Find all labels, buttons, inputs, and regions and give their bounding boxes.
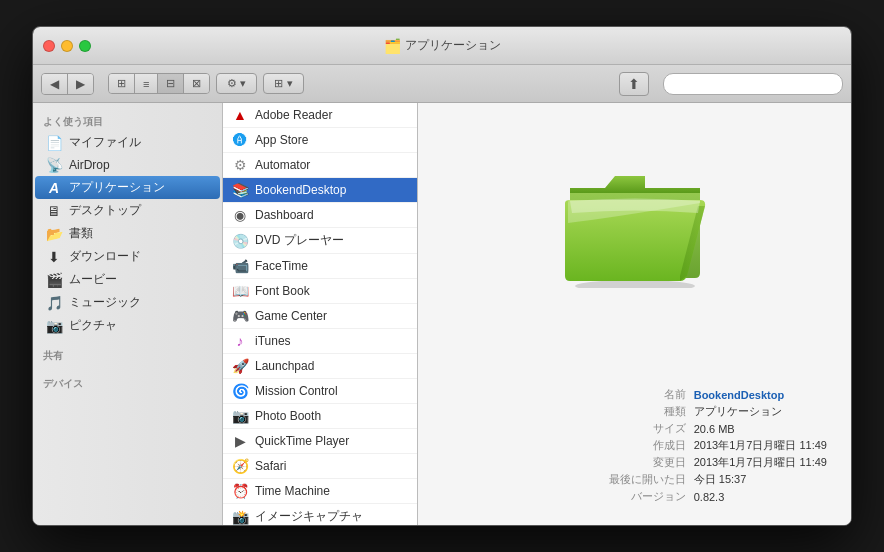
column-view-button[interactable]: ⊟ <box>158 74 184 93</box>
view-buttons: ⊞ ≡ ⊟ ⊠ <box>108 73 210 94</box>
sidebar-section-shared: 共有 <box>33 345 222 365</box>
photobooth-icon: 📷 <box>231 408 249 424</box>
myfiles-icon: 📄 <box>45 135 63 151</box>
file-item-label: Adobe Reader <box>255 108 332 122</box>
missioncontrol-icon: 🌀 <box>231 383 249 399</box>
automator-icon: ⚙ <box>231 157 249 173</box>
applications-icon: A <box>45 180 63 196</box>
file-item-launchpad[interactable]: 🚀 Launchpad <box>223 354 417 379</box>
sidebar-item-airdrop[interactable]: 📡 AirDrop <box>35 154 220 176</box>
info-modified-value: 2013年1月7日月曜日 11:49 <box>690 454 831 471</box>
share-button[interactable]: ⬆ <box>619 72 649 96</box>
file-item-label: Launchpad <box>255 359 314 373</box>
file-item-gamecenter[interactable]: 🎮 Game Center <box>223 304 417 329</box>
file-item-label: Font Book <box>255 284 310 298</box>
coverflow-view-button[interactable]: ⊠ <box>184 74 209 93</box>
file-item-label: BookendDesktop <box>255 183 346 197</box>
fontbook-icon: 📖 <box>231 283 249 299</box>
dvd-icon: 💿 <box>231 233 249 249</box>
file-item-missioncontrol[interactable]: 🌀 Mission Control <box>223 379 417 404</box>
file-item-label: Time Machine <box>255 484 330 498</box>
launchpad-icon: 🚀 <box>231 358 249 374</box>
sidebar-item-pictures[interactable]: 📷 ピクチャ <box>35 314 220 337</box>
sidebar-item-label: ピクチャ <box>69 317 117 334</box>
file-item-safari[interactable]: 🧭 Safari <box>223 454 417 479</box>
itunes-icon: ♪ <box>231 333 249 349</box>
sidebar-item-movies[interactable]: 🎬 ムービー <box>35 268 220 291</box>
file-list: ▲ Adobe Reader 🅐 App Store ⚙ Automator 📚… <box>223 103 418 525</box>
sidebar-section-devices: デバイス <box>33 373 222 393</box>
sidebar-item-desktop[interactable]: 🖥 デスクトップ <box>35 199 220 222</box>
content-area: よく使う項目 📄 マイファイル 📡 AirDrop A アプリケーション 🖥 デ… <box>33 103 851 525</box>
maximize-button[interactable] <box>79 40 91 52</box>
file-item-label: Mission Control <box>255 384 338 398</box>
sidebar-section-favorites: よく使う項目 <box>33 111 222 131</box>
file-item-label: イメージキャプチャ <box>255 508 363 525</box>
file-item-automator[interactable]: ⚙ Automator <box>223 153 417 178</box>
file-item-photobooth[interactable]: 📷 Photo Booth <box>223 404 417 429</box>
timemachine-icon: ⏰ <box>231 483 249 499</box>
file-item-label: FaceTime <box>255 259 308 273</box>
sidebar-item-applications[interactable]: A アプリケーション <box>35 176 220 199</box>
dashboard-icon: ◉ <box>231 207 249 223</box>
info-size-value: 20.6 MB <box>690 420 831 437</box>
search-input[interactable] <box>663 73 843 95</box>
file-item-imagecapture[interactable]: 📸 イメージキャプチャ <box>223 504 417 525</box>
file-item-label: Dashboard <box>255 208 314 222</box>
info-opened-value: 今日 15:37 <box>690 471 831 488</box>
imagecapture-icon: 📸 <box>231 509 249 525</box>
forward-button[interactable]: ▶ <box>68 74 93 94</box>
action-button[interactable]: ⚙ ▾ <box>216 73 257 94</box>
file-item-bookend[interactable]: 📚 BookendDesktop <box>223 178 417 203</box>
file-item-appstore[interactable]: 🅐 App Store <box>223 128 417 153</box>
sidebar-item-label: ミュージック <box>69 294 141 311</box>
bookend-icon: 📚 <box>231 182 249 198</box>
file-item-quicktime[interactable]: ▶ QuickTime Player <box>223 429 417 454</box>
sidebar: よく使う項目 📄 マイファイル 📡 AirDrop A アプリケーション 🖥 デ… <box>33 103 223 525</box>
file-item-itunes[interactable]: ♪ iTunes <box>223 329 417 354</box>
toolbar: ◀ ▶ ⊞ ≡ ⊟ ⊠ ⚙ ▾ ⊞ ▾ ⬆ <box>33 65 851 103</box>
back-button[interactable]: ◀ <box>42 74 68 94</box>
sidebar-item-myfiles[interactable]: 📄 マイファイル <box>35 131 220 154</box>
arrange-button[interactable]: ⊞ ▾ <box>263 73 303 94</box>
file-item-label: Photo Booth <box>255 409 321 423</box>
pictures-icon: 📷 <box>45 318 63 334</box>
file-item-timemachine[interactable]: ⏰ Time Machine <box>223 479 417 504</box>
file-item-dvd[interactable]: 💿 DVD プレーヤー <box>223 228 417 254</box>
desktop-icon: 🖥 <box>45 203 63 219</box>
file-item-adobereader[interactable]: ▲ Adobe Reader <box>223 103 417 128</box>
sidebar-item-music[interactable]: 🎵 ミュージック <box>35 291 220 314</box>
sidebar-item-downloads[interactable]: ⬇ ダウンロード <box>35 245 220 268</box>
info-created-value: 2013年1月7日月曜日 11:49 <box>690 437 831 454</box>
icon-view-button[interactable]: ⊞ <box>109 74 135 93</box>
window-title: 🗂️ アプリケーション <box>384 37 501 54</box>
gamecenter-icon: 🎮 <box>231 308 249 324</box>
sidebar-item-documents[interactable]: 📂 書類 <box>35 222 220 245</box>
sidebar-item-label: アプリケーション <box>69 179 165 196</box>
info-version-label: バージョン <box>605 488 690 505</box>
title-folder-icon: 🗂️ <box>384 38 401 54</box>
folder-svg <box>550 138 720 288</box>
downloads-icon: ⬇ <box>45 249 63 265</box>
info-name-label: 名前 <box>605 386 690 403</box>
traffic-lights <box>43 40 91 52</box>
minimize-button[interactable] <box>61 40 73 52</box>
adobe-reader-icon: ▲ <box>231 107 249 123</box>
info-name-value: BookendDesktop <box>690 386 831 403</box>
close-button[interactable] <box>43 40 55 52</box>
file-item-dashboard[interactable]: ◉ Dashboard <box>223 203 417 228</box>
airdrop-icon: 📡 <box>45 157 63 173</box>
file-item-facetime[interactable]: 📹 FaceTime <box>223 254 417 279</box>
sidebar-item-label: ムービー <box>69 271 117 288</box>
info-modified-label: 変更日 <box>605 454 690 471</box>
list-view-button[interactable]: ≡ <box>135 74 158 93</box>
sidebar-item-label: AirDrop <box>69 158 110 172</box>
info-type-value: アプリケーション <box>690 403 831 420</box>
preview-pane: 名前 BookendDesktop 種類 アプリケーション サイズ 20.6 M… <box>418 103 851 525</box>
sidebar-item-label: デスクトップ <box>69 202 141 219</box>
preview-icon <box>545 133 725 293</box>
app-store-icon: 🅐 <box>231 132 249 148</box>
file-item-fontbook[interactable]: 📖 Font Book <box>223 279 417 304</box>
file-item-label: DVD プレーヤー <box>255 232 344 249</box>
info-opened-label: 最後に開いた日 <box>605 471 690 488</box>
